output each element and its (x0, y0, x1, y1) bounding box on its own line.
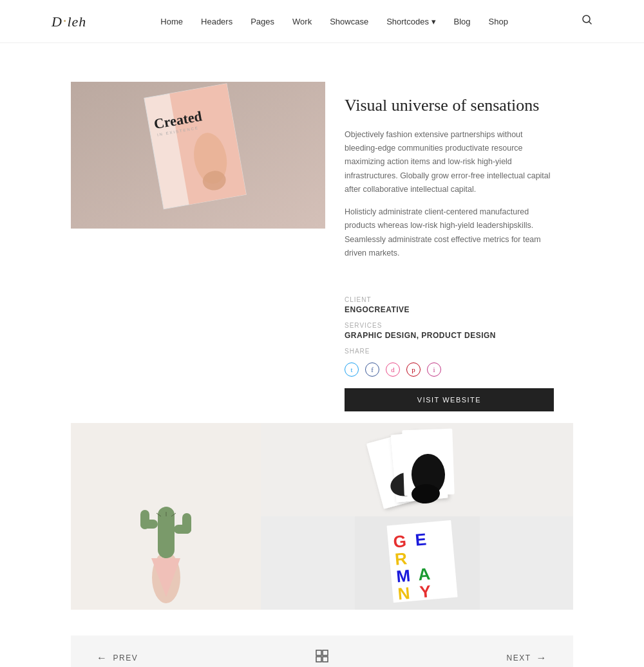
bottom-images: G E R M A N Y (71, 423, 573, 610)
pinterest-icon[interactable]: p (406, 362, 421, 377)
svg-text:E: E (414, 529, 427, 549)
germany-image: G E R M A N Y (261, 516, 573, 610)
svg-text:N: N (397, 583, 410, 604)
social-share: t f d p i (345, 362, 554, 377)
dribbble-icon[interactable]: d (386, 362, 400, 377)
svg-rect-40 (323, 650, 328, 655)
visit-website-button[interactable]: VISIT WEBSITE (345, 388, 554, 411)
hero-text-info: Visual universe of sensations Objectivel… (325, 82, 573, 282)
portfolio-nav-bar: ← PREV NEXT → (71, 635, 573, 667)
main-nav: D·leh Home Headers Pages Work Showcase S… (0, 0, 644, 43)
hero-image: Created IN EXISTENCE (71, 82, 325, 229)
hero-paragraph-1: Objectively fashion extensive partnershi… (345, 128, 554, 196)
main-content: Created IN EXISTENCE Visual universe of … (58, 82, 586, 667)
cactus-image (71, 423, 261, 610)
hero-title: Visual universe of sensations (345, 95, 554, 117)
client-label: CLIENT (345, 296, 554, 303)
nav-shortcodes[interactable]: Shortcodes ▾ (386, 17, 435, 26)
svg-rect-18 (182, 513, 191, 534)
nav-blog[interactable]: Blog (454, 17, 471, 26)
services-value: GRAPHIC DESIGN, PRODUCT DESIGN (345, 331, 554, 340)
image-section: Created IN EXISTENCE Visual universe of … (71, 82, 573, 423)
svg-rect-42 (323, 657, 328, 662)
svg-text:Y: Y (419, 581, 431, 601)
client-value: ENGOCREATIVE (345, 305, 554, 314)
svg-rect-16 (140, 510, 149, 529)
nav-links: Home Headers Pages Work Showcase Shortco… (160, 17, 508, 26)
next-label: NEXT (506, 653, 531, 662)
next-button[interactable]: NEXT → (506, 652, 547, 664)
svg-point-0 (583, 15, 590, 23)
site-logo[interactable]: D·leh (52, 12, 86, 31)
search-icon[interactable] (582, 15, 592, 28)
hero-image-container: Created IN EXISTENCE (71, 82, 325, 423)
nav-pages[interactable]: Pages (251, 17, 274, 26)
twitter-icon[interactable]: t (345, 362, 359, 377)
right-arrow-icon: → (536, 652, 547, 664)
nav-work[interactable]: Work (292, 17, 312, 26)
meta-section: CLIENT ENGOCREATIVE SERVICES GRAPHIC DES… (325, 282, 573, 377)
svg-line-1 (589, 22, 591, 24)
grid-view-icon[interactable] (316, 650, 328, 666)
instagram-icon[interactable]: i (427, 362, 441, 377)
svg-rect-41 (316, 657, 321, 662)
right-column: Visual universe of sensations Objectivel… (325, 82, 573, 423)
nav-showcase[interactable]: Showcase (330, 17, 368, 26)
prev-label: PREV (113, 653, 138, 662)
left-arrow-icon: ← (97, 652, 108, 664)
share-label: SHARE (345, 348, 554, 355)
hero-paragraph-2: Holisticly administrate client-centered … (345, 205, 554, 260)
facebook-icon[interactable]: f (365, 362, 379, 377)
right-images: G E R M A N Y (261, 423, 573, 610)
nav-headers[interactable]: Headers (201, 17, 232, 26)
prev-button[interactable]: ← PREV (97, 652, 138, 664)
nav-shop[interactable]: Shop (489, 17, 508, 26)
svg-rect-39 (316, 650, 321, 655)
nav-home[interactable]: Home (160, 17, 183, 26)
cards-image (261, 423, 573, 516)
services-label: SERVICES (345, 322, 554, 329)
logo-text: D·leh (52, 14, 86, 30)
